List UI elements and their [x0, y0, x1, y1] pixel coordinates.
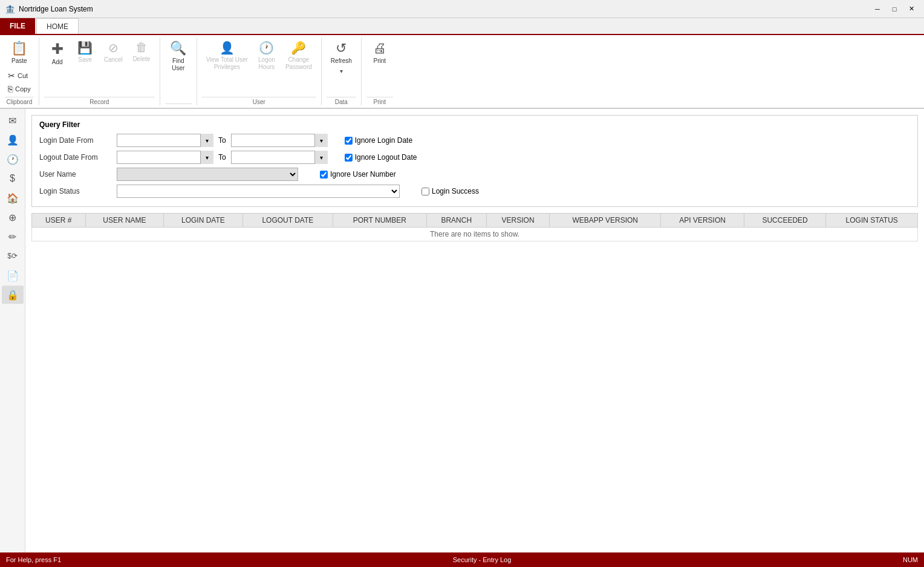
login-status-row: Login Status Login Success: [39, 185, 910, 198]
cut-button[interactable]: ✂ Cut: [5, 69, 34, 82]
sidebar-btn-dollar[interactable]: $: [2, 169, 24, 188]
login-date-from-input[interactable]: [117, 134, 213, 147]
view-privileges-icon: 👤: [220, 41, 235, 55]
sidebar-btn-home[interactable]: 🏠: [2, 189, 24, 207]
print-group-label: Print: [366, 97, 393, 105]
find-user-group-label: [165, 103, 192, 105]
refresh-label: Refresh: [331, 57, 352, 65]
logout-date-from-btn[interactable]: ▾: [200, 151, 213, 164]
username-row: User Name Ignore User Number: [39, 168, 910, 181]
record-group: ✚ Add 💾 Save ⊘ Cancel 🗑 Delete Record: [39, 38, 160, 105]
username-filter-label: User Name: [39, 170, 112, 179]
login-date-from-btn[interactable]: ▾: [200, 134, 213, 147]
login-date-to-btn[interactable]: ▾: [314, 134, 328, 147]
status-bar: For Help, press F1 Security - Entry Log …: [0, 552, 924, 567]
ignore-user-number-label[interactable]: Ignore User Number: [320, 170, 396, 179]
close-button[interactable]: ✕: [903, 3, 919, 15]
logon-hours-button[interactable]: 🕐 LogonHours: [253, 38, 280, 74]
save-button[interactable]: 💾 Save: [72, 38, 99, 67]
col-webapp-version: WEBAPP VERSION: [550, 214, 661, 228]
sidebar-btn-plus[interactable]: ⊕: [2, 208, 24, 226]
clipboard-group-label: Clipboard: [5, 97, 34, 105]
delete-button[interactable]: 🗑 Delete: [128, 38, 155, 66]
sidebar: ✉ 👤 🕐 $ 🏠 ⊕ ✏ $⟳ 📄 🔒: [0, 109, 25, 567]
col-login-status: LOGIN STATUS: [826, 214, 918, 228]
login-status-select[interactable]: [117, 185, 400, 198]
cancel-button[interactable]: ⊘ Cancel: [100, 38, 127, 67]
cut-icon: ✂: [8, 71, 15, 80]
sidebar-btn-edit[interactable]: ✏: [2, 228, 24, 246]
login-success-label[interactable]: Login Success: [421, 187, 479, 195]
logon-hours-label: LogonHours: [258, 56, 275, 71]
paste-icon: 📋: [11, 41, 27, 56]
sidebar-btn-transaction[interactable]: $⟳: [2, 247, 24, 265]
refresh-dropdown-arrow: ▾: [340, 68, 343, 74]
ignore-login-date-label[interactable]: Ignore Login Date: [345, 136, 412, 145]
sidebar-btn-lock[interactable]: 🔒: [2, 286, 24, 304]
sidebar-btn-clock[interactable]: 🕐: [2, 150, 24, 168]
file-tab[interactable]: FILE: [0, 18, 35, 34]
ignore-logout-checkbox-group: Ignore Logout Date: [345, 153, 417, 162]
ignore-user-checkbox-group: Ignore User Number: [320, 170, 396, 179]
copy-label: Copy: [15, 85, 31, 93]
add-icon: ✚: [51, 41, 63, 57]
logout-date-from-input[interactable]: [117, 151, 213, 164]
print-icon: 🖨: [373, 41, 386, 56]
paste-button[interactable]: 📋 Paste: [6, 38, 33, 68]
print-label: Print: [374, 57, 386, 65]
login-success-text: Login Success: [432, 187, 479, 195]
login-date-to-wrap: ▾: [231, 134, 328, 147]
logout-date-to-label: To: [218, 153, 226, 162]
ignore-login-date-checkbox[interactable]: [345, 137, 353, 145]
print-group: 🖨 Print Print: [362, 38, 398, 105]
minimize-button[interactable]: ─: [870, 3, 885, 15]
main-area: ✉ 👤 🕐 $ 🏠 ⊕ ✏ $⟳ 📄 🔒 Query Filter Login …: [0, 109, 924, 567]
user-group: 👤 View Total UserPrivileges 🕐 LogonHours…: [197, 38, 322, 105]
sidebar-btn-doc[interactable]: 📄: [2, 266, 24, 284]
login-date-label: Login Date From: [39, 136, 112, 145]
delete-label: Delete: [132, 56, 150, 63]
save-label: Save: [78, 56, 92, 64]
cancel-label: Cancel: [104, 56, 123, 64]
find-user-label: FindUser: [172, 57, 184, 72]
username-select[interactable]: [117, 168, 298, 181]
ignore-logout-date-checkbox[interactable]: [345, 154, 353, 162]
maximize-button[interactable]: □: [887, 3, 902, 15]
ignore-logout-date-label[interactable]: Ignore Logout Date: [345, 153, 417, 162]
title-bar: 🏦 Nortridge Loan System ─ □ ✕: [0, 0, 924, 18]
clipboard-group: 📋 Paste ✂ Cut ⎘ Copy Clipboard: [0, 38, 39, 105]
find-user-button[interactable]: 🔍 FindUser: [165, 38, 192, 75]
sidebar-btn-mail[interactable]: ✉: [2, 111, 24, 129]
login-date-to-input[interactable]: [231, 134, 328, 147]
ignore-login-date-text: Ignore Login Date: [355, 136, 412, 145]
query-filter-title: Query Filter: [39, 120, 910, 129]
ignore-user-number-checkbox[interactable]: [320, 171, 328, 179]
col-login-date: LOGIN DATE: [164, 214, 242, 228]
add-button[interactable]: ✚ Add: [44, 38, 71, 69]
change-password-button[interactable]: 🔑 ChangePassword: [281, 38, 316, 74]
logout-date-to-input[interactable]: [231, 151, 328, 164]
sidebar-btn-user[interactable]: 👤: [2, 131, 24, 149]
login-success-checkbox-group: Login Success: [421, 187, 479, 195]
home-tab[interactable]: HOME: [36, 18, 79, 34]
ignore-logout-date-text: Ignore Logout Date: [355, 153, 417, 162]
view-privileges-label: View Total UserPrivileges: [206, 56, 248, 71]
status-help: For Help, press F1: [6, 556, 61, 563]
data-group: ↺ Refresh ▾ Data: [322, 38, 362, 105]
ignore-login-checkbox-group: Ignore Login Date: [345, 136, 412, 145]
print-button[interactable]: 🖨 Print: [366, 38, 393, 68]
login-success-checkbox[interactable]: [421, 188, 429, 195]
copy-icon: ⎘: [8, 84, 13, 94]
view-privileges-button[interactable]: 👤 View Total UserPrivileges: [202, 38, 252, 74]
cancel-icon: ⊘: [108, 41, 119, 55]
clipboard-small-buttons: ✂ Cut ⎘ Copy: [5, 69, 34, 96]
copy-button[interactable]: ⎘ Copy: [5, 82, 34, 96]
col-user-name: USER NAME: [85, 214, 164, 228]
logout-date-to-btn[interactable]: ▾: [314, 151, 328, 164]
save-icon: 💾: [77, 41, 93, 55]
add-label: Add: [52, 59, 63, 66]
find-user-group: 🔍 FindUser: [160, 38, 197, 105]
refresh-button[interactable]: ↺ Refresh: [327, 38, 356, 68]
data-table: USER # USER NAME LOGIN DATE LOGOUT DATE …: [31, 213, 918, 241]
query-filter-box: Query Filter Login Date From ▾ To ▾ Igno…: [31, 115, 918, 207]
